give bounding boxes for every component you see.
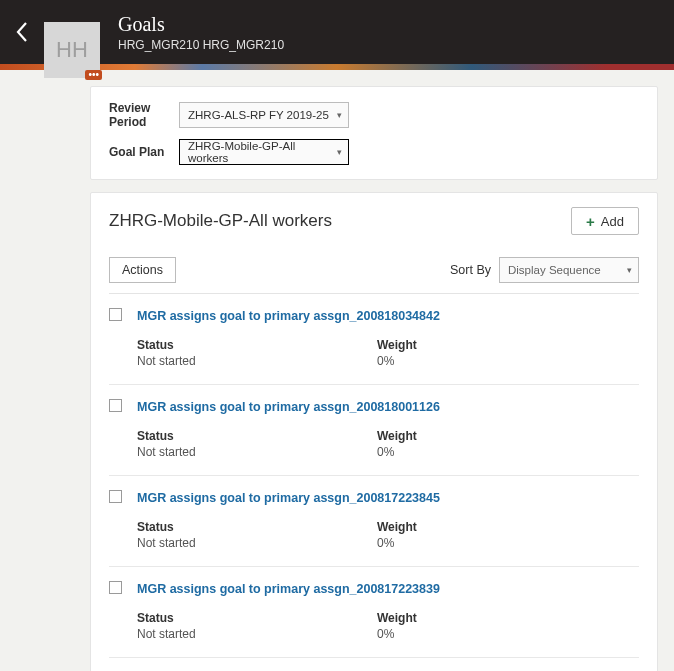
- avatar-initials: HH: [56, 37, 88, 63]
- sort-by-value: Display Sequence: [508, 264, 601, 276]
- review-period-row: Review Period ZHRG-ALS-RP FY 2019-25 ▾: [109, 101, 639, 129]
- goal-item: MGR assigns goal to primary assgn_200818…: [109, 294, 639, 384]
- review-period-select[interactable]: ZHRG-ALS-RP FY 2019-25 ▾: [179, 102, 349, 128]
- weight-field: Weight 0%: [377, 611, 497, 641]
- decorative-strip: [0, 64, 674, 70]
- goal-checkbox[interactable]: [109, 399, 122, 412]
- status-value: Not started: [137, 627, 377, 641]
- page-title: Goals: [118, 13, 284, 36]
- filter-card: Review Period ZHRG-ALS-RP FY 2019-25 ▾ G…: [90, 86, 658, 180]
- header-text: Goals HRG_MGR210 HRG_MGR210: [118, 13, 284, 52]
- actions-button[interactable]: Actions: [109, 257, 176, 283]
- weight-field: Weight 0%: [377, 338, 497, 368]
- status-value: Not started: [137, 354, 377, 368]
- status-value: Not started: [137, 445, 377, 459]
- weight-value: 0%: [377, 536, 497, 550]
- goal-plan-select[interactable]: ZHRG-Mobile-GP-All workers ▾: [179, 139, 349, 165]
- goal-item: MGR assigns goal to primary assgn_200817…: [109, 657, 639, 671]
- weight-value: 0%: [377, 445, 497, 459]
- review-period-value: ZHRG-ALS-RP FY 2019-25: [188, 109, 329, 121]
- weight-label: Weight: [377, 611, 497, 625]
- status-field: Status Not started: [137, 520, 377, 550]
- sort-by-label: Sort By: [450, 263, 491, 277]
- goal-title-link[interactable]: MGR assigns goal to primary assgn_200817…: [137, 582, 440, 596]
- goal-title-link[interactable]: MGR assigns goal to primary assgn_200818…: [137, 400, 440, 414]
- goal-item: MGR assigns goal to primary assgn_200818…: [109, 384, 639, 475]
- goal-list: MGR assigns goal to primary assgn_200818…: [109, 293, 639, 671]
- goal-checkbox[interactable]: [109, 308, 122, 321]
- weight-field: Weight 0%: [377, 429, 497, 459]
- status-field: Status Not started: [137, 338, 377, 368]
- goal-plan-row: Goal Plan ZHRG-Mobile-GP-All workers ▾: [109, 139, 639, 165]
- goals-card: ZHRG-Mobile-GP-All workers + Add Actions…: [90, 192, 658, 671]
- add-button[interactable]: + Add: [571, 207, 639, 235]
- status-field: Status Not started: [137, 429, 377, 459]
- goal-plan-value: ZHRG-Mobile-GP-All workers: [188, 140, 337, 164]
- toolbar: Actions Sort By Display Sequence ▾: [109, 257, 639, 293]
- section-header: ZHRG-Mobile-GP-All workers + Add: [109, 207, 639, 235]
- sort-by-select[interactable]: Display Sequence ▾: [499, 257, 639, 283]
- back-button[interactable]: [10, 20, 34, 44]
- goal-title-link[interactable]: MGR assigns goal to primary assgn_200818…: [137, 309, 440, 323]
- status-label: Status: [137, 338, 377, 352]
- goal-checkbox[interactable]: [109, 490, 122, 503]
- goal-plan-label: Goal Plan: [109, 145, 179, 159]
- add-button-label: Add: [601, 214, 624, 229]
- weight-label: Weight: [377, 429, 497, 443]
- sort-wrap: Sort By Display Sequence ▾: [450, 257, 639, 283]
- weight-label: Weight: [377, 338, 497, 352]
- page-header: HH ••• Goals HRG_MGR210 HRG_MGR210: [0, 0, 674, 64]
- weight-field: Weight 0%: [377, 520, 497, 550]
- avatar[interactable]: HH •••: [44, 22, 100, 78]
- status-label: Status: [137, 520, 377, 534]
- section-title: ZHRG-Mobile-GP-All workers: [109, 211, 332, 231]
- chevron-down-icon: ▾: [337, 110, 342, 120]
- chevron-left-icon: [15, 21, 29, 43]
- plus-icon: +: [586, 214, 595, 229]
- status-label: Status: [137, 429, 377, 443]
- chevron-down-icon: ▾: [627, 265, 632, 275]
- page-subtitle: HRG_MGR210 HRG_MGR210: [118, 38, 284, 52]
- avatar-menu-icon[interactable]: •••: [85, 70, 102, 80]
- status-label: Status: [137, 611, 377, 625]
- chevron-down-icon: ▾: [337, 147, 342, 157]
- weight-value: 0%: [377, 354, 497, 368]
- weight-value: 0%: [377, 627, 497, 641]
- review-period-label: Review Period: [109, 101, 179, 129]
- goal-item: MGR assigns goal to primary assgn_200817…: [109, 566, 639, 657]
- status-field: Status Not started: [137, 611, 377, 641]
- goal-checkbox[interactable]: [109, 581, 122, 594]
- goal-title-link[interactable]: MGR assigns goal to primary assgn_200817…: [137, 491, 440, 505]
- goal-item: MGR assigns goal to primary assgn_200817…: [109, 475, 639, 566]
- status-value: Not started: [137, 536, 377, 550]
- weight-label: Weight: [377, 520, 497, 534]
